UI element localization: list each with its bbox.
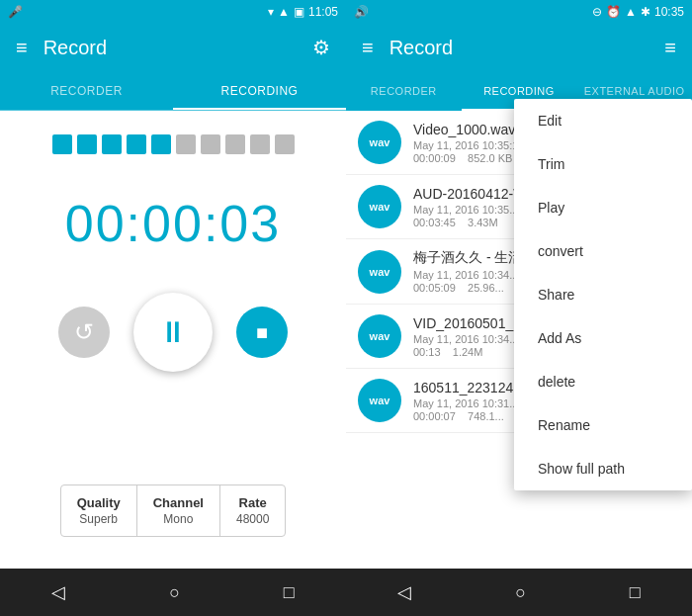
left-status-bar: 🎤 ▾ ▲ ▣ 11:05: [0, 0, 346, 24]
right-hamburger-icon[interactable]: ≡: [362, 37, 374, 59]
stop-button[interactable]: ■: [236, 307, 288, 358]
context-menu-trim[interactable]: Trim: [514, 142, 692, 186]
bar-9: [250, 134, 270, 154]
quality-item-channel: Channel Mono: [137, 485, 220, 536]
recording-controls: ↺ ⏸ ■: [58, 293, 288, 372]
right-back-button[interactable]: ◁: [378, 573, 431, 611]
right-bluetooth-icon: ✱: [641, 5, 650, 19]
wav-badge-1: wav: [358, 185, 401, 228]
pause-icon: ⏸: [158, 315, 188, 349]
left-time: 11:05: [308, 5, 338, 19]
recorder-content: 00:00:03 ↺ ⏸ ■ Quality Superb Channel Mo…: [0, 111, 346, 569]
context-menu-rename[interactable]: Rename: [514, 403, 692, 447]
bar-7: [201, 134, 220, 154]
left-tab-recorder[interactable]: RECORDER: [0, 71, 173, 110]
stop-icon: ■: [256, 321, 268, 344]
bar-5: [151, 134, 171, 154]
left-settings-icon[interactable]: ⚙: [312, 36, 330, 59]
bar-8: [225, 134, 245, 154]
rate-value: 48000: [236, 512, 269, 526]
right-volume-icon: 🔊: [354, 5, 369, 19]
quality-info: Quality Superb Channel Mono Rate 48000: [60, 484, 287, 537]
right-block-icon: ⊖: [592, 5, 602, 19]
signal-icon: ▲: [278, 5, 290, 19]
context-menu-convert[interactable]: convert: [514, 229, 692, 273]
channel-label: Channel: [153, 495, 204, 510]
battery-icon: ▣: [294, 5, 304, 19]
right-recents-button[interactable]: □: [610, 574, 660, 611]
quality-label: Quality: [77, 495, 121, 510]
quality-value: Superb: [77, 512, 121, 526]
reset-button[interactable]: ↺: [58, 307, 110, 358]
left-panel: 🎤 ▾ ▲ ▣ 11:05 ≡ Record ⚙ RECORDER RECORD…: [0, 0, 346, 616]
left-toolbar: ≡ Record ⚙: [0, 24, 346, 71]
rate-label: Rate: [236, 495, 269, 510]
right-status-left: 🔊: [354, 5, 369, 19]
right-time: 10:35: [654, 5, 684, 19]
bar-2: [77, 134, 97, 154]
left-status-left: 🎤: [8, 5, 23, 19]
right-toolbar: ≡ Record ≡: [346, 24, 692, 71]
pause-button[interactable]: ⏸: [133, 293, 213, 372]
right-bottom-nav: ◁ ○ □: [346, 569, 692, 616]
context-menu-delete[interactable]: delete: [514, 360, 692, 403]
bar-6: [176, 134, 196, 154]
left-recents-button[interactable]: □: [264, 574, 314, 611]
right-toolbar-title: Record: [389, 37, 665, 59]
right-status-bar: 🔊 ⊖ ⏰ ▲ ✱ 10:35: [346, 0, 692, 24]
right-more-icon[interactable]: ≡: [664, 37, 676, 59]
context-menu-share[interactable]: Share: [514, 273, 692, 316]
bar-4: [127, 134, 146, 154]
recording-timer: 00:00:03: [65, 194, 281, 253]
left-status-right: ▾ ▲ ▣ 11:05: [268, 5, 338, 19]
left-bottom-nav: ◁ ○ □: [0, 569, 346, 616]
context-menu-edit[interactable]: Edit: [514, 99, 692, 142]
waveform-bars: [52, 134, 295, 154]
wav-badge-0: wav: [358, 121, 401, 164]
microphone-icon: 🎤: [8, 5, 23, 19]
left-tab-recording[interactable]: RECORDING: [173, 71, 346, 110]
left-hamburger-icon[interactable]: ≡: [16, 37, 28, 59]
channel-value: Mono: [153, 512, 204, 526]
left-tabs: RECORDER RECORDING: [0, 71, 346, 111]
right-status-right: ⊖ ⏰ ▲ ✱ 10:35: [592, 5, 684, 19]
right-home-button[interactable]: ○: [495, 574, 546, 611]
reset-icon: ↺: [74, 318, 94, 346]
right-tab-recorder[interactable]: RECORDER: [346, 71, 462, 111]
left-toolbar-title: Record: [43, 37, 312, 59]
wav-badge-4: wav: [358, 379, 401, 422]
left-back-button[interactable]: ◁: [32, 573, 85, 611]
wav-badge-3: wav: [358, 314, 401, 358]
bar-10: [275, 134, 295, 154]
context-menu-add-as[interactable]: Add As: [514, 316, 692, 360]
quality-item-quality: Quality Superb: [61, 485, 137, 536]
context-menu: Edit Trim Play convert Share Add As dele…: [514, 99, 692, 490]
left-home-button[interactable]: ○: [149, 574, 200, 611]
context-menu-play[interactable]: Play: [514, 186, 692, 229]
wifi-icon: ▾: [268, 5, 274, 19]
wav-badge-2: wav: [358, 250, 401, 294]
bar-3: [102, 134, 122, 154]
right-alarm-icon: ⏰: [606, 5, 621, 19]
right-panel: 🔊 ⊖ ⏰ ▲ ✱ 10:35 ≡ Record ≡ RECORDER RECO…: [346, 0, 692, 616]
bar-1: [52, 134, 72, 154]
quality-item-rate: Rate 48000: [220, 485, 285, 536]
context-menu-show-full-path[interactable]: Show full path: [514, 447, 692, 490]
right-signal-icon: ▲: [625, 5, 637, 19]
